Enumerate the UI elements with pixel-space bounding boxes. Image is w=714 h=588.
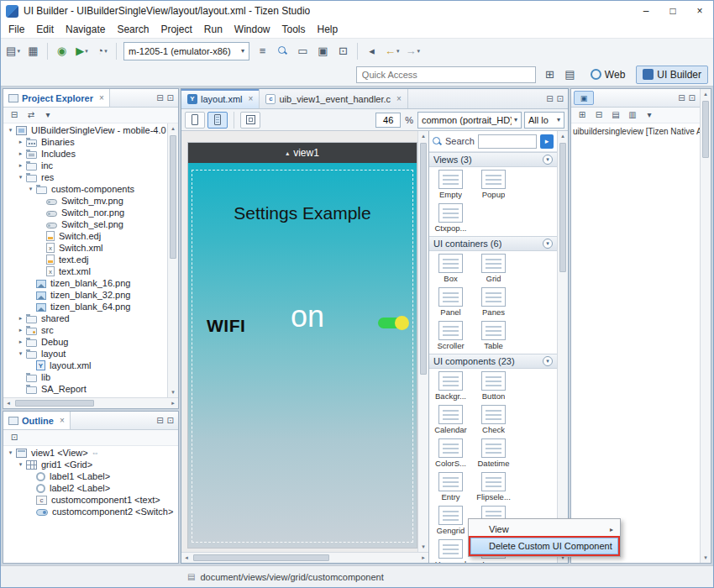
save-all-button[interactable]: ▦ bbox=[24, 41, 43, 61]
scroll-up-icon[interactable]: ▴ bbox=[701, 89, 711, 99]
palette-item-gengrid[interactable]: Gengrid bbox=[429, 504, 472, 538]
scroll-right-icon[interactable]: ▸ bbox=[418, 553, 428, 563]
palette-item-empty[interactable]: Empty bbox=[429, 168, 472, 202]
tree-item-custom-components[interactable]: ▾custom-components bbox=[3, 183, 167, 195]
view-menu-button[interactable]: ▾ bbox=[40, 108, 55, 122]
chevron-down-icon[interactable]: ▾ bbox=[543, 155, 553, 165]
tree-item-grid1-grid[interactable]: ▾grid1 <Grid> bbox=[3, 459, 178, 470]
expand-icon[interactable]: ▸ bbox=[16, 139, 25, 145]
minimize-button[interactable]: – bbox=[633, 1, 659, 21]
minimize-panel-button[interactable]: ⊟ bbox=[156, 416, 163, 425]
tree-item-label2-label[interactable]: label2 <Label> bbox=[3, 482, 178, 494]
palette-item-popup[interactable]: Popup bbox=[472, 168, 515, 202]
zoom-fit-button[interactable] bbox=[240, 112, 260, 129]
perspective-uibuilder-button[interactable]: UI Builder bbox=[636, 66, 708, 84]
context-menu-item-view[interactable]: View▸ bbox=[470, 521, 618, 538]
tree-item-uibuildersingleview-mobile-4-0[interactable]: ▾UIBuilderSingleView - mobile-4.0 bbox=[3, 124, 167, 136]
palette-section-ui-components-23[interactable]: UI components (23)▾ bbox=[429, 354, 557, 369]
close-button[interactable]: × bbox=[686, 1, 713, 21]
minimize-panel-button[interactable]: ⊟ bbox=[546, 94, 553, 103]
wifi-label[interactable]: WIFI bbox=[207, 316, 245, 336]
tree-item-tizen-blank-16-png[interactable]: tizen_blank_16.png bbox=[3, 277, 167, 289]
tab-outline[interactable]: Outline × bbox=[3, 412, 71, 429]
device-manager-button[interactable]: ▭ bbox=[293, 41, 312, 61]
menu-search[interactable]: Search bbox=[111, 23, 155, 36]
tree-item-switch-xml[interactable]: Switch.xml bbox=[3, 242, 167, 254]
expand-icon[interactable]: ▸ bbox=[16, 162, 25, 169]
tree-item-switch-edj[interactable]: Switch.edj bbox=[3, 230, 167, 242]
tree-item-customcomponent2-switch[interactable]: customcomponent2 <Switch> bbox=[3, 506, 178, 517]
maximize-panel-button[interactable]: ⊡ bbox=[689, 93, 696, 102]
tree-item-inc[interactable]: ▸inc bbox=[3, 160, 167, 171]
zoom-input[interactable] bbox=[375, 113, 401, 128]
tree-item-binaries[interactable]: ▸Binaries bbox=[3, 136, 167, 148]
collapse-icon[interactable]: ▾ bbox=[26, 186, 35, 192]
right-panel-vscrollbar[interactable]: ▴ ▾ bbox=[700, 89, 711, 563]
menu-edit[interactable]: Edit bbox=[30, 23, 60, 36]
link-with-editor-button[interactable]: ⇄ bbox=[24, 108, 39, 122]
palette-item-hoversel[interactable]: Hoversel bbox=[429, 538, 472, 563]
tab-layout-xml[interactable]: Ylayout.xml× bbox=[181, 89, 260, 108]
tree-item-lib[interactable]: lib bbox=[3, 371, 167, 383]
tree-item-switch-nor-png[interactable]: Switch_nor.png bbox=[3, 207, 167, 218]
close-icon[interactable]: × bbox=[249, 94, 254, 103]
tree-item-includes[interactable]: ▸Includes bbox=[3, 148, 167, 160]
outline-view-button[interactable]: ⊡ bbox=[7, 431, 22, 444]
tree-item-res[interactable]: ▾res bbox=[3, 171, 167, 183]
palette-search-input[interactable] bbox=[478, 134, 537, 149]
tree-item-debug[interactable]: ▸Debug bbox=[3, 336, 167, 348]
design-canvas[interactable]: ▴ view1 Settings Example WIFI on bbox=[181, 131, 417, 552]
menu-window[interactable]: Window bbox=[228, 23, 276, 36]
run-button[interactable]: ▶▾ bbox=[72, 41, 92, 61]
close-icon[interactable]: × bbox=[99, 93, 104, 102]
scroll-left-icon[interactable]: ◂ bbox=[3, 398, 13, 408]
phone-preview[interactable]: ▴ view1 Settings Example WIFI on bbox=[188, 143, 417, 548]
scroll-down-icon[interactable]: ▾ bbox=[418, 542, 428, 552]
scroll-up-icon[interactable]: ▴ bbox=[558, 131, 568, 141]
palette-item-panel[interactable]: Panel bbox=[429, 286, 472, 319]
collapse-icon[interactable]: ▾ bbox=[6, 127, 15, 134]
project-explorer-vscrollbar[interactable]: ▴ ▾ bbox=[167, 123, 178, 397]
emulator-combo[interactable]: m-1205-1 (emulator-x86) ▾ bbox=[123, 42, 249, 60]
canvas-vscrollbar[interactable]: ▴ ▾ bbox=[417, 131, 428, 552]
tree-item-shared[interactable]: ▸shared bbox=[3, 312, 167, 324]
scroll-right-icon[interactable]: ▸ bbox=[168, 398, 178, 408]
scroll-left-icon[interactable]: ◂ bbox=[181, 553, 192, 563]
palette-item-box[interactable]: Box bbox=[429, 252, 472, 286]
scrollbar-thumb[interactable] bbox=[170, 135, 176, 259]
tree-item-src[interactable]: ▸src bbox=[3, 324, 167, 336]
open-perspective-button[interactable]: ⊞ bbox=[540, 65, 559, 85]
expand-icon[interactable]: ▸ bbox=[16, 327, 25, 333]
collapse-icon[interactable]: ▾ bbox=[6, 449, 15, 456]
menu-tools[interactable]: Tools bbox=[276, 23, 312, 36]
fast-view-button[interactable]: ▤ bbox=[560, 65, 580, 85]
maximize-panel-button[interactable]: ⊡ bbox=[557, 94, 564, 103]
maximize-panel-button[interactable]: ⊡ bbox=[167, 416, 174, 425]
tab-project-explorer[interactable]: Project Explorer × bbox=[3, 89, 110, 107]
config-combo[interactable]: common (portrait_HD) ▾ bbox=[417, 112, 522, 129]
collapse-all-button[interactable]: ⊟ bbox=[7, 108, 22, 122]
palette-item-backgr[interactable]: Backgr... bbox=[429, 370, 472, 403]
close-icon[interactable]: × bbox=[396, 94, 402, 103]
tree-item-text-edj[interactable]: text.edj bbox=[3, 254, 167, 265]
menu-run[interactable]: Run bbox=[198, 23, 228, 36]
locale-combo[interactable]: All lo ▾ bbox=[524, 112, 564, 129]
scrollbar-thumb[interactable] bbox=[15, 400, 94, 407]
palette-item-table[interactable]: Table bbox=[472, 319, 515, 353]
scroll-up-icon[interactable]: ▴ bbox=[418, 131, 428, 141]
scroll-up-icon[interactable]: ▴ bbox=[168, 123, 178, 134]
palette-item-entry[interactable]: Entry bbox=[429, 470, 472, 504]
view-menu-button[interactable]: ▾ bbox=[642, 108, 657, 122]
view-body[interactable]: Settings Example WIFI on bbox=[188, 163, 417, 548]
console-button[interactable]: ≡ bbox=[253, 41, 272, 61]
new-wizard-button[interactable]: ▤▾ bbox=[3, 41, 23, 61]
palette-item-calendar[interactable]: Calendar bbox=[429, 403, 472, 437]
profile-button[interactable]: ◔▾ bbox=[92, 41, 112, 61]
filter-button[interactable]: ▥ bbox=[625, 108, 640, 122]
tree-item-switch-sel-png[interactable]: Switch_sel.png bbox=[3, 218, 167, 230]
canvas-hscrollbar[interactable]: ◂ ▸ bbox=[181, 552, 428, 563]
palette-item-colors[interactable]: ColorS... bbox=[429, 437, 472, 470]
palette-item-ctxpop[interactable]: Ctxpop... bbox=[429, 202, 472, 235]
search-go-button[interactable]: ▸ bbox=[540, 134, 554, 149]
menu-project[interactable]: Project bbox=[155, 23, 197, 36]
